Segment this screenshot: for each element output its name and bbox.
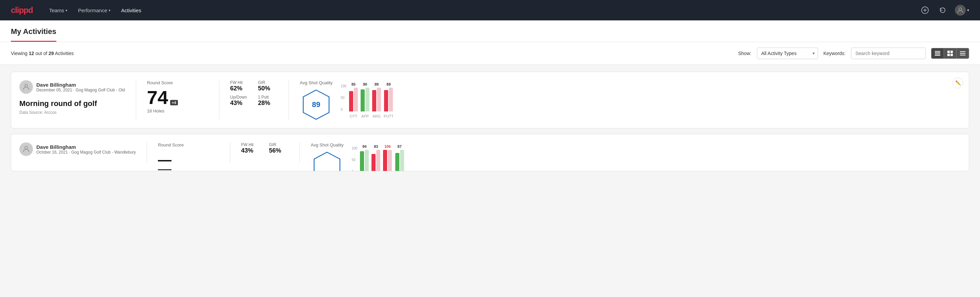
bar-ott-bg-1 — [354, 88, 358, 112]
bar-value-arg-1: 89 — [375, 82, 379, 86]
data-source-1: Data Source: Arccos — [19, 110, 125, 115]
stat-gir-value-1: 50% — [258, 85, 278, 92]
user-info-1: Dave Billingham December 05, 2021 · Gog … — [37, 82, 125, 93]
bar-ott-main-1 — [349, 91, 353, 112]
bar-container-ott-2 — [360, 150, 369, 172]
card-left-2: Dave Billingham October 16, 2021 · Gog M… — [19, 142, 136, 159]
filter-bar-right: Show: All Activity Types ▾ Keywords: — [738, 48, 969, 59]
score-section-2: Round Score — — [158, 142, 219, 170]
bar-container-ott-1 — [349, 88, 358, 112]
page-title: My Activities — [11, 21, 56, 42]
bar-group-arg-2: 106 ARG — [383, 144, 392, 172]
bar-app-bg-1 — [365, 88, 369, 112]
stat-gir-value-2: 56% — [269, 147, 289, 154]
score-number-1: 74 — [147, 88, 168, 107]
nav-activities[interactable]: Activities — [121, 6, 141, 14]
stat-fw-hit-label-1: FW Hit — [230, 80, 250, 85]
divider-1c — [289, 80, 289, 120]
bar-app-bg-2 — [376, 150, 380, 172]
round-score-label-1: Round Score — [147, 80, 208, 85]
user-avatar-1 — [19, 80, 33, 94]
bar-putt-main-1 — [384, 90, 388, 112]
bar-group-ott-2: 94 OTT — [360, 144, 369, 172]
round-score-label-2: Round Score — [158, 142, 219, 147]
bar-container-arg-1 — [372, 88, 381, 112]
stat-gir-2: GIR 56% — [269, 142, 289, 154]
stat-updown-label-1: Up/Down — [230, 95, 250, 99]
avatar — [955, 5, 966, 16]
stat-fw-hit-value-2: 43% — [241, 147, 261, 154]
stat-gir-1: GIR 50% — [258, 80, 278, 92]
activity-card-2: Dave Billingham October 16, 2021 · Gog M… — [11, 134, 969, 171]
hexagon-score-1: 89 — [312, 100, 320, 109]
score-badge-1: +4 — [170, 100, 178, 105]
teams-chevron-icon: ▾ — [65, 8, 67, 12]
activity-type-dropdown[interactable]: All Activity Types — [757, 48, 818, 59]
svg-rect-13 — [960, 53, 966, 54]
bar-ott-bg-2 — [365, 150, 369, 172]
bar-chart-1: 100 50 0 85 OTT 90 — [340, 82, 429, 118]
divider-1b — [219, 80, 220, 120]
hexagon-wrapper-2 — [311, 152, 344, 171]
stat-gir-label-2: GIR — [269, 142, 289, 147]
bar-xlabel-arg-1: ARG — [372, 114, 381, 118]
activity-card-1: ✏️ Dave Billingham December 05, 2021 · G… — [11, 72, 969, 128]
refresh-button[interactable] — [937, 5, 948, 16]
svg-rect-5 — [935, 52, 940, 53]
viewing-text: Viewing 12 out of 29 Activities — [11, 51, 74, 56]
bar-container-putt-1 — [384, 88, 393, 112]
grid-view-button[interactable] — [944, 48, 956, 59]
bar-ott-main-2 — [360, 151, 364, 172]
bar-value-arg-2: 106 — [384, 144, 390, 148]
viewing-total: 29 — [49, 51, 54, 56]
search-input[interactable] — [851, 48, 926, 59]
performance-chevron-icon: ▾ — [109, 8, 110, 12]
svg-rect-10 — [947, 54, 950, 56]
app-logo: clippd — [11, 5, 33, 15]
add-button[interactable] — [920, 5, 931, 16]
stats-section-1: FW Hit 62% GIR 50% Up/Down 43% 1 Putt 28… — [230, 80, 278, 107]
bar-arg-bg-2 — [388, 150, 392, 172]
user-avatar-2 — [19, 142, 33, 156]
nav-teams[interactable]: Teams ▾ — [49, 6, 67, 14]
svg-rect-14 — [960, 55, 966, 55]
user-row-1: Dave Billingham December 05, 2021 · Gog … — [19, 80, 125, 94]
quality-section-1: Avg Shot Quality 89 100 50 — [300, 80, 961, 120]
nav-performance[interactable]: Performance ▾ — [78, 6, 110, 14]
bar-group-app-1: 90 APP — [361, 82, 369, 118]
dense-list-view-button[interactable] — [931, 48, 944, 59]
edit-button-1[interactable]: ✏️ — [953, 77, 963, 88]
bar-group-arg-1: 89 ARG — [372, 82, 381, 118]
divider-2b — [230, 142, 230, 163]
bar-container-putt-2 — [395, 150, 404, 172]
stat-fw-hit-value-1: 62% — [230, 85, 250, 92]
svg-point-17 — [25, 147, 27, 149]
bar-xlabel-putt-1: PUTT — [384, 114, 394, 118]
bar-container-app-2 — [371, 150, 380, 172]
bar-value-app-1: 90 — [363, 82, 367, 86]
stat-updown-1: Up/Down 43% — [230, 95, 250, 107]
user-avatar-button[interactable]: ▾ — [955, 5, 969, 16]
stat-gir-label-1: GIR — [258, 80, 278, 85]
activity-type-dropdown-wrapper: All Activity Types ▾ — [757, 48, 818, 59]
bar-app-main-1 — [361, 89, 365, 112]
stat-fw-hit-1: FW Hit 62% — [230, 80, 250, 92]
activities-list: ✏️ Dave Billingham December 05, 2021 · G… — [0, 65, 980, 178]
bar-value-app-2: 83 — [374, 144, 378, 148]
svg-rect-12 — [960, 51, 966, 52]
svg-rect-4 — [935, 51, 940, 52]
quality-left-2: Avg Shot Quality — [311, 142, 344, 171]
hexagon-1: 89 — [302, 89, 330, 120]
viewing-count: 12 — [29, 51, 34, 56]
navbar: clippd Teams ▾ Performance ▾ Activities — [0, 0, 980, 21]
list-view-button[interactable] — [956, 48, 969, 59]
filter-bar: Viewing 12 out of 29 Activities Show: Al… — [0, 42, 980, 65]
bar-xlabel-app-1: APP — [361, 114, 369, 118]
bar-group-app-2: 83 APP — [371, 144, 380, 172]
view-toggle — [931, 48, 969, 59]
quality-label-1: Avg Shot Quality — [300, 80, 333, 85]
hexagon-2 — [313, 152, 340, 171]
quality-section-2: Avg Shot Quality 100 50 0 — [311, 142, 961, 171]
user-date-1: December 05, 2021 · Gog Magog Golf Club … — [37, 88, 125, 93]
stat-1putt-1: 1 Putt 28% — [258, 95, 278, 107]
